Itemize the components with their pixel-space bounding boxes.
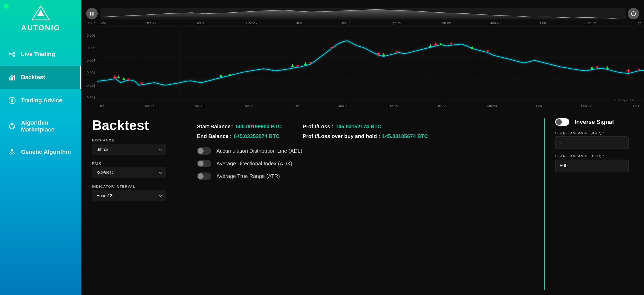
- adx-toggle[interactable]: [197, 160, 211, 167]
- start-balance-xcp-input[interactable]: [555, 136, 629, 149]
- sidebar-item-backtest[interactable]: Backtest: [0, 66, 81, 89]
- sidebar-item-genetic-algorithm[interactable]: Genetic Algorithm: [0, 140, 81, 164]
- interval-select[interactable]: Hours12 Hours1 Hours4: [92, 190, 165, 201]
- svg-text:▼: ▼: [636, 67, 641, 72]
- start-balance-xcp-group: START BALANCE (XCP) :: [555, 131, 633, 149]
- chart-end-button[interactable]: [628, 8, 639, 19]
- svg-line-6: [11, 54, 13, 56]
- logo-area: AUTONIO: [21, 5, 60, 32]
- svg-point-3: [13, 52, 15, 54]
- svg-text:▲: ▲: [219, 73, 223, 78]
- svg-text:$: $: [11, 98, 13, 103]
- svg-rect-7: [9, 78, 11, 80]
- svg-text:✚: ✚: [626, 68, 631, 74]
- svg-text:▲: ▲: [590, 65, 594, 70]
- svg-text:✚: ✚: [113, 74, 117, 80]
- sidebar-item-backtest-label: Backtest: [21, 74, 45, 81]
- svg-text:▼: ▼: [295, 63, 300, 69]
- svg-text:▲: ▲: [428, 43, 433, 48]
- atr-label: Average True Range (ATR): [216, 173, 280, 179]
- svg-text:✚: ✚: [433, 42, 438, 47]
- start-balance-label: Start Balance :: [197, 124, 234, 130]
- adl-label: Accumulation Distribution Line (ADL): [216, 148, 302, 154]
- exchange-select[interactable]: Bittrex Binance Kraken: [92, 144, 165, 155]
- inverse-signal-row: Inverse Signal: [555, 118, 633, 126]
- chart-pause-button[interactable]: [86, 8, 98, 19]
- start-balance-stat: Start Balance : 500.00199900 BTC: [197, 124, 282, 130]
- status-dot: [4, 4, 9, 9]
- atr-toggle[interactable]: [197, 172, 211, 180]
- page-title: Backtest: [92, 118, 176, 132]
- sidebar-nav: Live Trading Backtest $: [0, 43, 81, 164]
- svg-point-4: [13, 55, 15, 57]
- start-balance-btc-group: START BALANCE (BTC) :: [555, 154, 633, 172]
- start-balance-xcp-label: START BALANCE (XCP) :: [555, 131, 633, 135]
- pair-select[interactable]: XCP/BTC ETH/BTC: [92, 167, 165, 178]
- atr-toggle-row: Average True Range (ATR): [197, 172, 534, 180]
- chart-y-axis: 0.007 0.006 0.005 0.004 0.003 0.002 0.00…: [87, 21, 95, 100]
- svg-text:▼: ▼: [394, 49, 399, 54]
- live-trading-icon: [8, 50, 16, 58]
- adl-toggle[interactable]: [197, 147, 211, 155]
- pair-label: PAIR: [92, 161, 176, 165]
- exchange-group: EXCHANGE Bittrex Binance Kraken: [92, 138, 176, 155]
- svg-text:▲: ▲: [303, 61, 308, 66]
- profit-loss-hold-label: Profit/Loss over buy and hold :: [303, 133, 380, 139]
- adx-toggle-row: Average Directional Index (ADX): [197, 160, 534, 167]
- profit-loss-value: 145.83152174 BTC: [335, 124, 381, 130]
- svg-rect-18: [90, 12, 91, 16]
- svg-point-15: [13, 127, 14, 128]
- sidebar-item-genetic-algorithm-label: Genetic Algorithm: [21, 149, 71, 155]
- atr-toggle-knob: [198, 173, 204, 179]
- algorithm-marketplace-icon: [8, 122, 16, 130]
- svg-text:✚: ✚: [376, 51, 381, 57]
- sidebar-item-algorithm-marketplace-label: Algorithm Marketplace: [21, 119, 74, 133]
- svg-rect-8: [11, 77, 13, 80]
- left-panel: Backtest EXCHANGE Bittrex Binance Kraken…: [92, 118, 176, 290]
- adl-toggle-knob: [198, 148, 204, 154]
- backtest-icon: [8, 73, 16, 82]
- svg-line-5: [11, 53, 13, 54]
- svg-text:▲: ▲: [605, 65, 610, 70]
- logo-icon: [32, 5, 50, 21]
- chart-dates-bottom: Dec Dec 11 Dec 18 Dec 25 Jan Jan 08 Jan …: [98, 104, 641, 108]
- svg-text:▲: ▲: [228, 72, 232, 77]
- sidebar-item-live-trading[interactable]: Live Trading: [0, 43, 81, 66]
- svg-text:▲: ▲: [121, 76, 126, 81]
- pair-group: PAIR XCP/BTC ETH/BTC: [92, 161, 176, 178]
- svg-point-14: [10, 127, 11, 128]
- svg-text:▲: ▲: [439, 41, 443, 46]
- bottom-section: Backtest EXCHANGE Bittrex Binance Kraken…: [81, 110, 644, 295]
- end-balance-stat: End Balance : 645.83352074 BTC: [197, 133, 282, 139]
- inverse-signal-knob: [556, 119, 562, 125]
- start-balance-btc-label: START BALANCE (BTC) :: [555, 154, 633, 158]
- sidebar: AUTONIO Live Trading: [0, 0, 81, 295]
- sidebar-item-trading-advice[interactable]: $ Trading Advice: [0, 89, 81, 112]
- svg-text:▲: ▲: [381, 52, 386, 57]
- right-panel: Inverse Signal START BALANCE (XCP) : STA…: [544, 118, 633, 290]
- adx-label: Average Directional Index (ADX): [216, 161, 292, 167]
- sidebar-item-trading-advice-label: Trading Advice: [21, 97, 62, 104]
- exchange-label: EXCHANGE: [92, 138, 176, 142]
- svg-rect-9: [14, 75, 15, 80]
- profit-loss-stat: Profit/Loss : 145.83152174 BTC: [303, 124, 428, 130]
- stats-right: Profit/Loss : 145.83152174 BTC Profit/Lo…: [303, 124, 428, 139]
- stats-left: Start Balance : 500.00199900 BTC End Bal…: [197, 124, 282, 139]
- sidebar-item-algorithm-marketplace[interactable]: Algorithm Marketplace: [0, 112, 81, 140]
- svg-point-20: [631, 12, 636, 16]
- start-balance-value: 500.00199900 BTC: [236, 124, 282, 130]
- main-content: Dec Dec 11 Dec 18 Dec 25 Jan Jan 08 Jan …: [81, 0, 644, 295]
- svg-point-2: [9, 53, 11, 55]
- inverse-signal-toggle[interactable]: [555, 118, 569, 126]
- svg-point-13: [12, 124, 13, 125]
- svg-text:▼: ▼: [449, 41, 454, 46]
- logo-text: AUTONIO: [21, 24, 60, 32]
- profit-loss-hold-value: 145.83105674 BTC: [382, 133, 428, 139]
- stats-row: Start Balance : 500.00199900 BTC End Bal…: [186, 118, 534, 139]
- svg-text:▼: ▼: [329, 45, 334, 50]
- chart-dates-top: Dec Dec 11 Dec 18 Dec 25 Jan Jan 08 Jan …: [100, 21, 641, 25]
- inverse-signal-label: Inverse Signal: [575, 119, 614, 125]
- end-balance-label: End Balance :: [197, 133, 232, 139]
- adx-toggle-knob: [198, 161, 204, 166]
- start-balance-btc-input[interactable]: [555, 160, 629, 172]
